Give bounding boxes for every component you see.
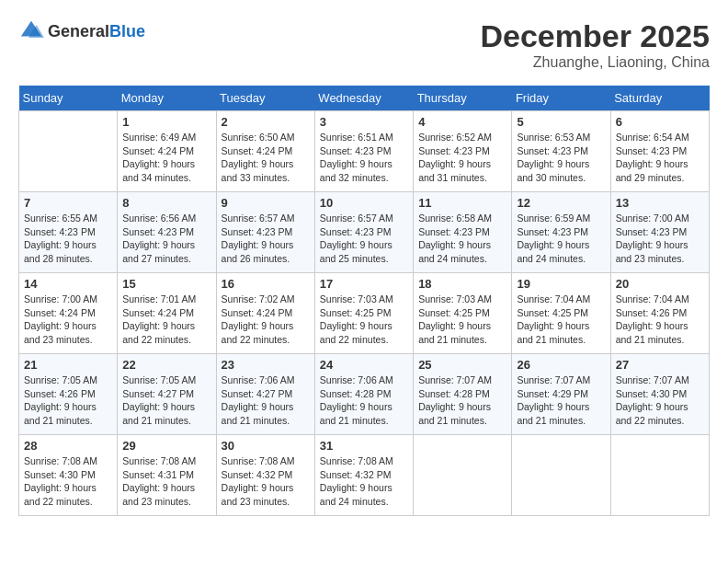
logo: General Blue	[18, 18, 145, 44]
location-title: Zhuanghe, Liaoning, China	[480, 54, 710, 71]
day-info: Sunrise: 6:52 AMSunset: 4:23 PMDaylight:…	[418, 131, 506, 185]
calendar-day-cell: 8Sunrise: 6:56 AMSunset: 4:23 PMDaylight…	[118, 192, 216, 273]
day-info: Sunrise: 6:56 AMSunset: 4:23 PMDaylight:…	[122, 212, 210, 266]
page-header: General Blue December 2025 Zhuanghe, Lia…	[18, 18, 710, 71]
calendar-day-cell	[512, 435, 610, 516]
calendar-day-cell: 15Sunrise: 7:01 AMSunset: 4:24 PMDayligh…	[118, 273, 216, 354]
day-info: Sunrise: 7:04 AMSunset: 4:25 PMDaylight:…	[517, 293, 605, 347]
calendar-day-cell: 5Sunrise: 6:53 AMSunset: 4:23 PMDaylight…	[512, 111, 610, 192]
calendar-day-cell	[414, 435, 512, 516]
calendar-day-cell: 13Sunrise: 7:00 AMSunset: 4:23 PMDayligh…	[610, 192, 709, 273]
calendar-week-row: 7Sunrise: 6:55 AMSunset: 4:23 PMDaylight…	[19, 192, 710, 273]
day-number: 4	[418, 115, 506, 129]
calendar-day-cell: 30Sunrise: 7:08 AMSunset: 4:32 PMDayligh…	[216, 435, 314, 516]
logo-icon	[18, 18, 44, 44]
day-number: 11	[418, 196, 506, 210]
day-info: Sunrise: 7:07 AMSunset: 4:28 PMDaylight:…	[418, 373, 506, 428]
day-number: 7	[24, 196, 112, 210]
logo-text-general: General	[48, 22, 109, 41]
day-info: Sunrise: 7:04 AMSunset: 4:26 PMDaylight:…	[616, 293, 704, 347]
calendar-day-cell: 16Sunrise: 7:02 AMSunset: 4:24 PMDayligh…	[216, 273, 314, 354]
day-number: 22	[122, 358, 210, 372]
day-info: Sunrise: 7:05 AMSunset: 4:27 PMDaylight:…	[122, 373, 210, 428]
day-number: 13	[616, 196, 704, 210]
day-info: Sunrise: 7:05 AMSunset: 4:26 PMDaylight:…	[24, 373, 112, 428]
calendar-day-cell: 23Sunrise: 7:06 AMSunset: 4:27 PMDayligh…	[216, 354, 314, 435]
calendar-day-cell: 22Sunrise: 7:05 AMSunset: 4:27 PMDayligh…	[118, 354, 216, 435]
calendar-day-cell: 7Sunrise: 6:55 AMSunset: 4:23 PMDaylight…	[19, 192, 118, 273]
calendar-week-row: 1Sunrise: 6:49 AMSunset: 4:24 PMDaylight…	[19, 111, 710, 192]
calendar-header-cell: Saturday	[610, 86, 709, 111]
day-info: Sunrise: 7:01 AMSunset: 4:24 PMDaylight:…	[122, 293, 210, 347]
day-info: Sunrise: 6:54 AMSunset: 4:23 PMDaylight:…	[616, 131, 704, 185]
day-info: Sunrise: 7:00 AMSunset: 4:23 PMDaylight:…	[616, 212, 704, 266]
calendar-day-cell: 31Sunrise: 7:08 AMSunset: 4:32 PMDayligh…	[314, 435, 413, 516]
calendar-day-cell: 9Sunrise: 6:57 AMSunset: 4:23 PMDaylight…	[216, 192, 314, 273]
day-number: 2	[222, 115, 310, 129]
day-info: Sunrise: 6:57 AMSunset: 4:23 PMDaylight:…	[320, 212, 408, 266]
day-number: 6	[616, 115, 704, 129]
day-info: Sunrise: 7:07 AMSunset: 4:29 PMDaylight:…	[517, 373, 605, 428]
calendar-day-cell: 4Sunrise: 6:52 AMSunset: 4:23 PMDaylight…	[414, 111, 512, 192]
calendar-day-cell: 1Sunrise: 6:49 AMSunset: 4:24 PMDaylight…	[118, 111, 216, 192]
day-info: Sunrise: 7:07 AMSunset: 4:30 PMDaylight:…	[616, 373, 704, 428]
day-number: 24	[320, 358, 408, 372]
day-number: 12	[517, 196, 605, 210]
title-block: December 2025 Zhuanghe, Liaoning, China	[480, 18, 710, 71]
day-number: 28	[24, 439, 112, 453]
day-number: 23	[222, 358, 310, 372]
calendar-week-row: 28Sunrise: 7:08 AMSunset: 4:30 PMDayligh…	[19, 435, 710, 516]
calendar-day-cell	[19, 111, 118, 192]
calendar-day-cell: 11Sunrise: 6:58 AMSunset: 4:23 PMDayligh…	[414, 192, 512, 273]
calendar-week-row: 21Sunrise: 7:05 AMSunset: 4:26 PMDayligh…	[19, 354, 710, 435]
day-info: Sunrise: 6:59 AMSunset: 4:23 PMDaylight:…	[517, 212, 605, 266]
day-number: 3	[320, 115, 408, 129]
calendar-day-cell: 20Sunrise: 7:04 AMSunset: 4:26 PMDayligh…	[610, 273, 709, 354]
day-info: Sunrise: 7:08 AMSunset: 4:31 PMDaylight:…	[122, 454, 210, 509]
calendar-day-cell: 24Sunrise: 7:06 AMSunset: 4:28 PMDayligh…	[314, 354, 413, 435]
calendar-week-row: 14Sunrise: 7:00 AMSunset: 4:24 PMDayligh…	[19, 273, 710, 354]
calendar-day-cell: 3Sunrise: 6:51 AMSunset: 4:23 PMDaylight…	[314, 111, 413, 192]
day-number: 15	[122, 277, 210, 291]
calendar-header-row: SundayMondayTuesdayWednesdayThursdayFrid…	[19, 86, 710, 111]
day-info: Sunrise: 6:58 AMSunset: 4:23 PMDaylight:…	[418, 212, 506, 266]
calendar-day-cell: 25Sunrise: 7:07 AMSunset: 4:28 PMDayligh…	[414, 354, 512, 435]
day-number: 19	[517, 277, 605, 291]
calendar-day-cell: 12Sunrise: 6:59 AMSunset: 4:23 PMDayligh…	[512, 192, 610, 273]
day-number: 9	[222, 196, 310, 210]
calendar-day-cell: 26Sunrise: 7:07 AMSunset: 4:29 PMDayligh…	[512, 354, 610, 435]
calendar-header-cell: Monday	[118, 86, 216, 111]
day-number: 1	[122, 115, 210, 129]
day-info: Sunrise: 7:06 AMSunset: 4:27 PMDaylight:…	[222, 373, 310, 428]
calendar-day-cell: 2Sunrise: 6:50 AMSunset: 4:24 PMDaylight…	[216, 111, 314, 192]
calendar-header-cell: Tuesday	[216, 86, 314, 111]
day-number: 14	[24, 277, 112, 291]
calendar-table: SundayMondayTuesdayWednesdayThursdayFrid…	[18, 86, 710, 516]
day-info: Sunrise: 6:51 AMSunset: 4:23 PMDaylight:…	[320, 131, 408, 185]
calendar-day-cell: 19Sunrise: 7:04 AMSunset: 4:25 PMDayligh…	[512, 273, 610, 354]
calendar-day-cell: 18Sunrise: 7:03 AMSunset: 4:25 PMDayligh…	[414, 273, 512, 354]
day-info: Sunrise: 7:02 AMSunset: 4:24 PMDaylight:…	[222, 293, 310, 347]
day-number: 5	[517, 115, 605, 129]
day-info: Sunrise: 7:08 AMSunset: 4:32 PMDaylight:…	[222, 454, 310, 509]
day-number: 25	[418, 358, 506, 372]
day-number: 17	[320, 277, 408, 291]
day-number: 27	[616, 358, 704, 372]
day-info: Sunrise: 6:53 AMSunset: 4:23 PMDaylight:…	[517, 131, 605, 185]
day-info: Sunrise: 6:49 AMSunset: 4:24 PMDaylight:…	[122, 131, 210, 185]
calendar-day-cell: 29Sunrise: 7:08 AMSunset: 4:31 PMDayligh…	[118, 435, 216, 516]
day-number: 8	[122, 196, 210, 210]
calendar-body: 1Sunrise: 6:49 AMSunset: 4:24 PMDaylight…	[19, 111, 710, 516]
calendar-day-cell: 14Sunrise: 7:00 AMSunset: 4:24 PMDayligh…	[19, 273, 118, 354]
day-info: Sunrise: 6:55 AMSunset: 4:23 PMDaylight:…	[24, 212, 112, 266]
day-info: Sunrise: 6:50 AMSunset: 4:24 PMDaylight:…	[222, 131, 310, 185]
calendar-day-cell: 21Sunrise: 7:05 AMSunset: 4:26 PMDayligh…	[19, 354, 118, 435]
day-info: Sunrise: 7:03 AMSunset: 4:25 PMDaylight:…	[418, 293, 506, 347]
day-number: 21	[24, 358, 112, 372]
logo-text-blue: Blue	[109, 22, 145, 41]
calendar-header-cell: Friday	[512, 86, 610, 111]
calendar-day-cell: 6Sunrise: 6:54 AMSunset: 4:23 PMDaylight…	[610, 111, 709, 192]
calendar-header-cell: Sunday	[19, 86, 118, 111]
day-number: 20	[616, 277, 704, 291]
day-number: 16	[222, 277, 310, 291]
